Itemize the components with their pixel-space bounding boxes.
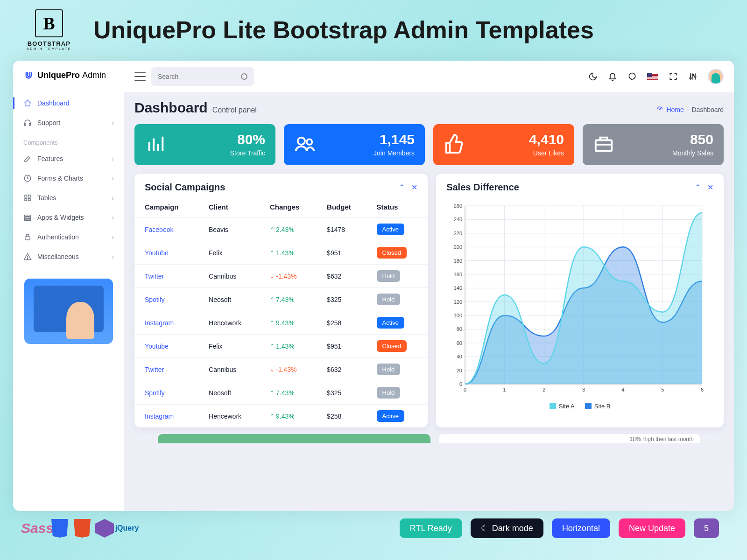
sidebar-item-label: Authentication: [37, 233, 79, 241]
breadcrumb-home[interactable]: Home: [666, 106, 684, 113]
bootstrap-icon: [95, 519, 114, 538]
svg-point-11: [27, 259, 28, 259]
status-badge: Hold: [377, 294, 401, 305]
thumbs-up-icon: [444, 133, 467, 156]
chevron-right-icon: ›: [112, 119, 114, 126]
legend-item[interactable]: Site B: [585, 403, 611, 410]
brand-name-bold: UniquePro: [37, 70, 80, 80]
sidebar-item-support[interactable]: Support ›: [13, 113, 124, 133]
client-name: Felix: [202, 335, 263, 358]
campaign-name[interactable]: Spotify: [134, 288, 202, 311]
table-row[interactable]: YoutubeFelix⌃ 1.43%$951Closed: [134, 241, 428, 265]
svg-text:1: 1: [503, 387, 506, 392]
table-row[interactable]: FacebookBeavis⌃ 2.43%$1478Active: [134, 218, 428, 241]
sidebar-item-forms-charts[interactable]: Forms & Charts›: [13, 168, 124, 188]
budget-value: $258: [320, 311, 370, 335]
menu-toggle-button[interactable]: [134, 72, 146, 81]
pill-label: RTL Ready: [410, 524, 452, 533]
fullscreen-icon[interactable]: [669, 72, 678, 81]
close-icon[interactable]: ✕: [411, 183, 417, 192]
svg-text:200: 200: [454, 244, 462, 250]
chat-icon[interactable]: [627, 72, 637, 81]
sidebar-item-label: Miscellaneous: [37, 253, 79, 260]
svg-point-13: [690, 77, 691, 79]
sidebar-item-authentication[interactable]: Authentication›: [13, 227, 124, 247]
close-icon[interactable]: ✕: [707, 183, 713, 192]
table-row[interactable]: TwitterCannibus⌄ -1.43%$632Hold: [134, 358, 428, 381]
svg-rect-9: [24, 219, 31, 221]
campaign-name[interactable]: Twitter: [134, 265, 202, 288]
svg-text:0: 0: [464, 387, 466, 392]
svg-rect-7: [24, 215, 31, 217]
svg-rect-8: [24, 217, 31, 218]
trend-up-icon: ⌃: [270, 343, 275, 350]
lock-icon: [23, 233, 32, 241]
chevron-right-icon: ›: [112, 253, 114, 260]
campaign-name[interactable]: Youtube: [134, 335, 202, 358]
campaign-name[interactable]: Instagram: [134, 311, 202, 335]
status-cell: Hold: [370, 288, 428, 311]
stat-card-user-likes[interactable]: 4,410User Likes: [433, 124, 574, 165]
campaign-name[interactable]: Twitter: [134, 358, 202, 381]
stat-value: 1,145: [380, 132, 415, 147]
search-box[interactable]: [151, 67, 254, 86]
budget-value: $632: [320, 265, 370, 288]
promo-logo-letters: B: [35, 9, 63, 37]
bell-icon[interactable]: [608, 72, 617, 81]
stat-card-join-members[interactable]: 1,145Join Members: [284, 124, 425, 165]
campaigns-table: CampaignClientChangesBudgetStatus Facebo…: [134, 196, 428, 427]
table-row[interactable]: SpotifyNeosoft⌃ 7.43%$325Hold: [134, 381, 428, 405]
sidebar: ⋓ UniquePro Admin Dashboard Support › Co…: [13, 61, 124, 511]
table-row[interactable]: YoutubeFelix⌃ 1.43%$951Closed: [134, 335, 428, 358]
budget-value: $632: [320, 358, 370, 381]
sidebar-item-features[interactable]: Features›: [13, 149, 124, 168]
content-area: Dashboard Control panel Home - Dashboard…: [124, 92, 734, 511]
collapse-icon[interactable]: ⌃: [399, 183, 405, 192]
stat-card-monthly-sales[interactable]: 850Monthly Sales: [583, 124, 724, 165]
table-row[interactable]: SpotifyNeosoft⌃ 7.43%$325Hold: [134, 288, 428, 311]
panels-row: Social Campaigns ⌃ ✕ CampaignClientChang…: [134, 174, 724, 427]
sidebar-item-miscellaneous[interactable]: Miscellaneous›: [13, 247, 124, 266]
sidebar-item-label: Features: [37, 155, 63, 162]
sidebar-item-apps-widgets[interactable]: Apps & Widgets›: [13, 208, 124, 227]
chevron-right-icon: ›: [112, 214, 114, 221]
trend-up-icon: ⌃: [270, 226, 275, 233]
settings-sliders-icon[interactable]: [688, 72, 698, 81]
flag-us-icon[interactable]: [647, 73, 658, 81]
collapse-icon[interactable]: ⌃: [695, 183, 701, 192]
moon-icon: ☾: [481, 523, 488, 533]
svg-point-14: [692, 74, 693, 76]
status-badge: Active: [377, 317, 404, 329]
topbar: [124, 61, 734, 92]
client-name: Beavis: [202, 218, 263, 241]
sidebar-item-label: Dashboard: [37, 99, 70, 107]
change-value: ⌃ 1.43%: [263, 335, 320, 358]
svg-rect-10: [25, 237, 30, 240]
table-row[interactable]: TwitterCannibus⌄ -1.43%$632Hold: [134, 265, 428, 288]
sidebar-item-dashboard[interactable]: Dashboard: [13, 93, 124, 113]
change-value: ⌃ 2.43%: [263, 218, 320, 241]
campaign-name[interactable]: Spotify: [134, 381, 202, 405]
change-value: ⌃ 9.43%: [263, 405, 320, 428]
dashboard-icon: [23, 99, 32, 107]
moon-icon[interactable]: [588, 72, 598, 81]
brand[interactable]: ⋓ UniquePro Admin: [13, 61, 124, 90]
trend-up-icon: ⌃: [270, 413, 275, 420]
app-window: ⋓ UniquePro Admin Dashboard Support › Co…: [13, 61, 734, 511]
trend-up-icon: ⌃: [270, 320, 275, 326]
legend-item[interactable]: Site A: [550, 403, 575, 410]
search-input[interactable]: [158, 73, 241, 80]
user-avatar[interactable]: [708, 69, 724, 84]
status-cell: Active: [370, 405, 428, 428]
svg-text:140: 140: [454, 285, 462, 291]
table-row[interactable]: InstagramHencework⌃ 9.43%$258Active: [134, 405, 428, 428]
campaign-name[interactable]: Facebook: [134, 218, 202, 241]
campaign-name[interactable]: Instagram: [134, 405, 202, 428]
table-row[interactable]: InstagramHencework⌃ 9.43%$258Active: [134, 311, 428, 335]
svg-text:80: 80: [457, 326, 462, 332]
stat-card-store-traffic[interactable]: 80%Store Traffic: [134, 124, 275, 165]
campaign-name[interactable]: Youtube: [134, 241, 202, 265]
svg-text:4: 4: [622, 387, 625, 392]
sidebar-item-tables[interactable]: Tables›: [13, 188, 124, 208]
client-name: Felix: [202, 241, 263, 265]
